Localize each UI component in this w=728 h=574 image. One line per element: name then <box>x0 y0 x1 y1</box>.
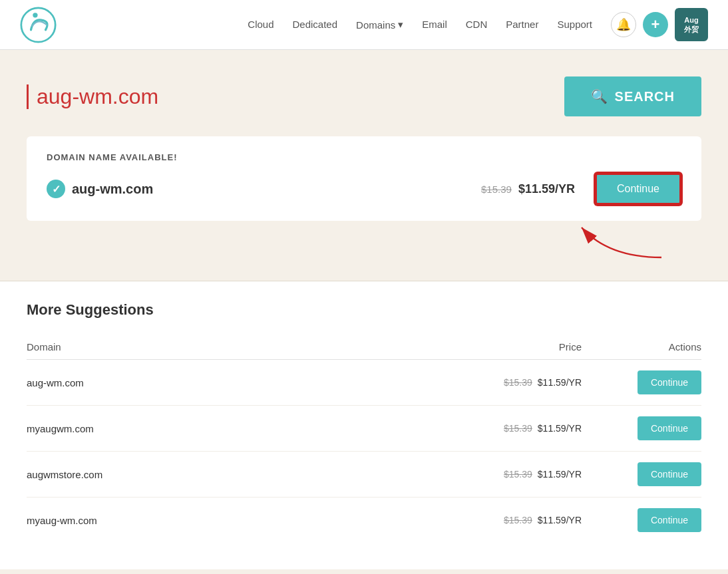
col-header-domain: Domain <box>27 341 449 353</box>
available-price-area: $15.39 $11.59/YR <box>481 182 575 196</box>
row-domain-1: myaugwm.com <box>27 423 449 434</box>
logo-icon <box>20 7 57 43</box>
bell-icon: 🔔 <box>616 17 631 32</box>
continue-button-1[interactable]: Continue <box>637 416 701 440</box>
available-card: DOMAIN NAME AVAILABLE! ✓ aug-wm.com $15.… <box>27 136 701 221</box>
col-header-actions: Actions <box>595 341 701 353</box>
arrow-indicator <box>528 214 661 261</box>
suggestions-section: More Suggestions Domain Price Actions au… <box>0 281 728 569</box>
row-actions-2: Continue <box>595 462 701 486</box>
row-domain-2: augwmstore.com <box>27 469 449 480</box>
svg-point-1 <box>33 13 37 17</box>
row-price-2: $15.39 $11.59/YR <box>449 469 595 480</box>
row-old-price-3: $15.39 <box>504 515 532 525</box>
navbar: Cloud Dedicated Domains ▾ Email CDN Part… <box>0 0 728 50</box>
user-avatar[interactable]: Aug 外贸 <box>675 8 708 41</box>
add-button[interactable]: + <box>643 12 668 37</box>
row-actions-1: Continue <box>595 416 701 440</box>
check-icon: ✓ <box>47 180 65 198</box>
available-continue-button[interactable]: Continue <box>595 173 681 205</box>
row-old-price-2: $15.39 <box>504 469 532 480</box>
nav-support[interactable]: Support <box>557 19 592 30</box>
search-section: 🔍 SEARCH <box>0 50 728 136</box>
row-new-price-0: $11.59/YR <box>538 377 582 388</box>
row-new-price-1: $11.59/YR <box>538 423 582 434</box>
domain-search-input[interactable] <box>27 84 551 109</box>
nav-partner[interactable]: Partner <box>506 19 538 30</box>
navbar-actions: 🔔 + Aug 外贸 <box>611 8 708 41</box>
continue-button-3[interactable]: Continue <box>637 508 701 532</box>
row-actions-3: Continue <box>595 508 701 532</box>
plus-icon: + <box>651 16 660 33</box>
available-section: DOMAIN NAME AVAILABLE! ✓ aug-wm.com $15.… <box>0 136 728 281</box>
table-row: aug-wm.com $15.39 $11.59/YR Continue <box>27 360 701 406</box>
table-header: Domain Price Actions <box>27 335 701 360</box>
suggestions-table: aug-wm.com $15.39 $11.59/YR Continue mya… <box>27 360 701 543</box>
row-domain-0: aug-wm.com <box>27 377 449 388</box>
row-old-price-1: $15.39 <box>504 423 532 434</box>
nav-dedicated[interactable]: Dedicated <box>293 19 338 30</box>
row-new-price-2: $11.59/YR <box>538 469 582 480</box>
row-price-0: $15.39 $11.59/YR <box>449 377 595 388</box>
table-row: myaugwm.com $15.39 $11.59/YR Continue <box>27 406 701 452</box>
table-row: myaug-wm.com $15.39 $11.59/YR Continue <box>27 498 701 543</box>
continue-button-2[interactable]: Continue <box>637 462 701 486</box>
nav-cdn[interactable]: CDN <box>466 19 488 30</box>
arrow-container <box>27 221 701 261</box>
table-row: augwmstore.com $15.39 $11.59/YR Continue <box>27 452 701 498</box>
continue-button-0[interactable]: Continue <box>637 370 701 394</box>
search-row: 🔍 SEARCH <box>27 76 701 116</box>
row-price-1: $15.39 $11.59/YR <box>449 423 595 434</box>
chevron-down-icon: ▾ <box>398 19 403 31</box>
row-actions-0: Continue <box>595 370 701 394</box>
search-icon: 🔍 <box>591 88 608 104</box>
nav-email[interactable]: Email <box>422 19 447 30</box>
col-header-price: Price <box>449 341 595 353</box>
nav-cloud[interactable]: Cloud <box>248 19 273 30</box>
nav-links: Cloud Dedicated Domains ▾ Email CDN Part… <box>248 19 592 31</box>
notifications-button[interactable]: 🔔 <box>611 12 636 37</box>
row-price-3: $15.39 $11.59/YR <box>449 515 595 525</box>
search-button[interactable]: 🔍 SEARCH <box>564 76 701 116</box>
available-label: DOMAIN NAME AVAILABLE! <box>47 152 681 162</box>
row-new-price-3: $11.59/YR <box>538 515 582 525</box>
available-row: ✓ aug-wm.com $15.39 $11.59/YR Continue <box>47 173 681 205</box>
logo[interactable] <box>20 7 57 43</box>
row-old-price-0: $15.39 <box>504 377 532 388</box>
available-old-price: $15.39 <box>481 184 512 195</box>
available-new-price: $11.59/YR <box>518 182 575 196</box>
svg-point-0 <box>21 7 55 41</box>
available-domain: ✓ aug-wm.com <box>47 180 481 198</box>
nav-domains[interactable]: Domains ▾ <box>356 19 403 31</box>
row-domain-3: myaug-wm.com <box>27 515 449 526</box>
suggestions-title: More Suggestions <box>27 301 701 319</box>
